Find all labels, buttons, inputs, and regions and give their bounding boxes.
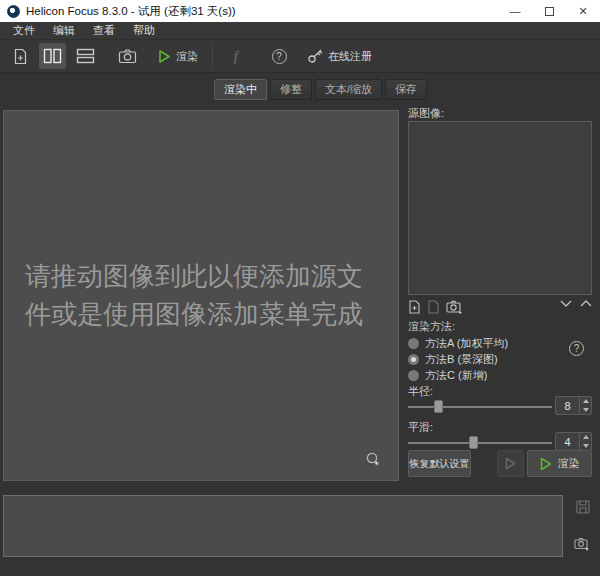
remove-file-icon[interactable] [427, 300, 440, 314]
camera-icon [118, 48, 137, 64]
play-icon [158, 49, 171, 64]
bottom-panel [0, 487, 600, 576]
add-document-icon [12, 48, 29, 65]
menu-file[interactable]: 文件 [4, 23, 44, 38]
image-drop-canvas[interactable]: 请推动图像到此以便添加源文件或是使用图像添加菜单完成 [3, 110, 399, 481]
radio-selected-icon [408, 354, 419, 365]
online-register-label: 在线注册 [328, 49, 372, 64]
key-icon [307, 48, 323, 64]
titlebar: Helicon Focus 8.3.0 - 试用 (还剩31 天(s)) — ✕ [0, 0, 600, 22]
output-preview-box[interactable] [3, 495, 563, 557]
smoothing-slider-handle[interactable] [469, 436, 478, 449]
save-icon[interactable] [576, 500, 590, 514]
tab-rendering[interactable]: 渲染中 [214, 79, 267, 100]
menu-view[interactable]: 查看 [84, 23, 124, 38]
menu-edit[interactable]: 编辑 [44, 23, 84, 38]
render-button-label: 渲染 [558, 456, 580, 471]
split-vertical-icon [43, 48, 62, 64]
source-images-list[interactable] [408, 121, 592, 295]
menu-help[interactable]: 帮助 [124, 23, 164, 38]
radio-icon [408, 338, 419, 349]
radius-increment-icon[interactable] [580, 397, 591, 406]
add-images-button[interactable] [7, 43, 33, 69]
render-method-label: 渲染方法: [408, 319, 455, 334]
radius-spin-buttons [579, 397, 591, 414]
radius-value: 8 [556, 397, 579, 414]
smoothing-value: 4 [556, 433, 579, 450]
minimize-button[interactable]: — [498, 0, 532, 22]
toolbar: 渲染 f ? 在线注册 [0, 40, 600, 73]
split-horizontal-icon [76, 48, 95, 64]
helicon-focus-window: Helicon Focus 8.3.0 - 试用 (还剩31 天(s)) — ✕… [0, 0, 600, 576]
source-list-reorder [552, 300, 592, 307]
split-vertical-button[interactable] [39, 43, 66, 69]
window-title: Helicon Focus 8.3.0 - 试用 (还剩31 天(s)) [26, 4, 236, 19]
help-icon: ? [272, 49, 287, 64]
radio-icon [408, 370, 419, 381]
render-toolbar-button[interactable]: 渲染 [154, 43, 202, 69]
source-images-label: 源图像: [408, 106, 444, 121]
method-help-icon[interactable]: ? [569, 341, 584, 356]
tab-text-scale[interactable]: 文本/缩放 [315, 79, 382, 100]
method-c-label: 方法C (新增) [425, 368, 487, 383]
radius-label: 半径: [408, 384, 433, 399]
chevron-up-icon[interactable] [580, 300, 592, 307]
method-a-label: 方法A (加权平均) [425, 336, 508, 351]
capture-icon[interactable] [574, 537, 590, 552]
render-toolbar-label: 渲染 [176, 49, 198, 64]
camera-button[interactable] [114, 43, 141, 69]
camera-capture-icon[interactable] [446, 300, 463, 314]
reset-defaults-button[interactable]: 恢复默认设置 [408, 450, 471, 477]
close-button[interactable]: ✕ [566, 0, 600, 22]
radius-slider-handle[interactable] [434, 400, 443, 413]
render-secondary-button[interactable] [497, 450, 524, 477]
maximize-icon [545, 7, 554, 16]
radius-decrement-icon[interactable] [580, 406, 591, 415]
toolbar-separator [212, 46, 213, 66]
method-b-label: 方法B (景深图) [425, 352, 498, 367]
facebook-icon: f [234, 48, 239, 65]
method-c-radio[interactable]: 方法C (新增) [408, 368, 487, 383]
method-a-radio[interactable]: 方法A (加权平均) [408, 336, 508, 351]
smoothing-spin-buttons [579, 433, 591, 450]
render-play-icon [540, 457, 552, 471]
drop-hint-text: 请推动图像到此以便添加源文件或是使用图像添加菜单完成 [25, 258, 377, 333]
smoothing-spinbox[interactable]: 4 [555, 432, 592, 451]
menubar: 文件 编辑 查看 帮助 [0, 22, 600, 40]
add-file-icon[interactable] [408, 300, 421, 314]
smoothing-label: 平滑: [408, 420, 433, 435]
source-list-toolbar [408, 300, 469, 314]
tab-retouch[interactable]: 修整 [270, 79, 312, 100]
smoothing-increment-icon[interactable] [580, 433, 591, 442]
smoothing-slider-track[interactable] [408, 442, 552, 444]
render-button[interactable]: 渲染 [527, 450, 592, 477]
smoothing-slider-row: 4 [408, 435, 592, 451]
facebook-button[interactable]: f [223, 43, 249, 69]
window-controls: — ✕ [498, 0, 600, 22]
right-panel: 源图像: [400, 103, 600, 487]
radius-slider-track[interactable] [408, 406, 552, 408]
method-b-radio[interactable]: 方法B (景深图) [408, 352, 498, 367]
radius-spinbox[interactable]: 8 [555, 396, 592, 415]
maximize-button[interactable] [532, 0, 566, 22]
radius-slider-row: 8 [408, 399, 592, 415]
split-horizontal-button[interactable] [72, 43, 99, 69]
tab-save[interactable]: 保存 [385, 79, 427, 100]
help-button[interactable]: ? [266, 43, 292, 69]
app-icon [7, 5, 20, 18]
smoothing-decrement-icon[interactable] [580, 442, 591, 451]
chevron-down-icon[interactable] [560, 300, 572, 307]
tab-row: 渲染中 修整 文本/缩放 保存 [0, 73, 600, 103]
online-register-button[interactable]: 在线注册 [303, 43, 376, 69]
zoom-magnifier-icon[interactable] [365, 451, 382, 468]
